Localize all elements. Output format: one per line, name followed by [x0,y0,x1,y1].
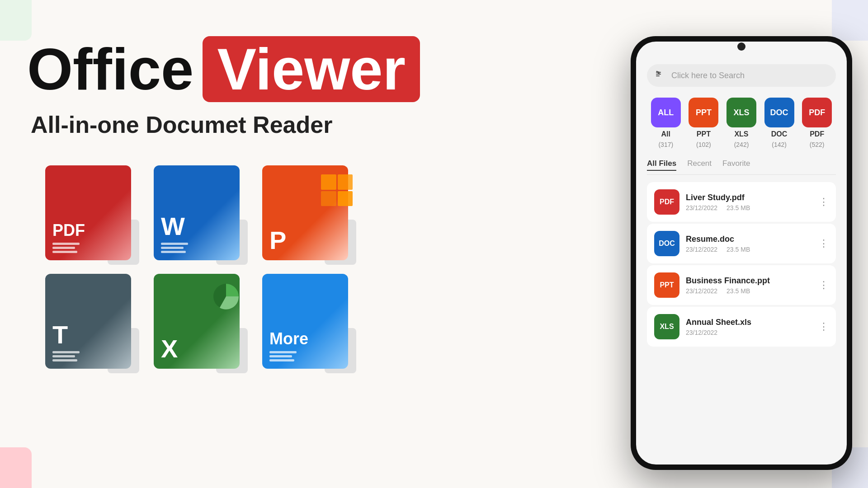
file-date-resume: 23/12/2022 [686,246,717,253]
title-row: Office Viewer [27,36,416,102]
phone-camera-notch [737,42,745,51]
file-name-liver-study: Liver Study.pdf [686,193,812,202]
file-info-annual-sheet: Annual Sheet.xls 23/12/2022 [686,318,812,336]
file-badge-xls: XLS [654,314,679,339]
pdf-icon-lines [52,243,80,255]
file-meta-resume: 23/12/2022 23.5 MB [686,246,812,253]
file-categories: ALL All (317) PPT PPT (102) XLS XLS (242… [647,98,836,148]
file-date-annual-sheet: 23/12/2022 [686,329,717,336]
category-all-icon: ALL [651,98,681,127]
phone-screen: Click here to Search ALL All (317) PPT P… [636,42,847,465]
file-name-resume: Resume.doc [686,235,812,244]
word-icon-wrapper: W [154,165,253,265]
corner-decoration-bl [0,447,32,488]
excel-pie-chart [212,283,240,310]
file-date-liver-study: 23/12/2022 [686,204,717,211]
category-doc-icon: DOC [764,98,794,127]
ppt-grid-overlay [321,174,353,206]
word-icon-lines [161,243,188,255]
tab-all-files[interactable]: All Files [647,159,676,171]
excel-icon: X [154,274,240,369]
file-info-liver-study: Liver Study.pdf 23/12/2022 23.5 MB [686,193,812,211]
file-more-button-annual-sheet[interactable]: ⋮ [819,321,829,333]
file-date-business-finance: 23/12/2022 [686,287,717,295]
category-pdf-name: PDF [810,130,824,138]
phone-content: Click here to Search ALL All (317) PPT P… [636,42,847,465]
phone-mockup: Click here to Search ALL All (317) PPT P… [631,36,852,470]
file-more-button-resume[interactable]: ⋮ [819,238,829,249]
file-badge-ppt: PPT [654,272,679,298]
category-ppt[interactable]: PPT PPT (102) [689,98,718,148]
search-icon [656,70,666,80]
file-item-liver-study[interactable]: PDF Liver Study.pdf 23/12/2022 23.5 MB ⋮ [647,182,836,222]
file-item-business-finance[interactable]: PPT Business Finance.ppt 23/12/2022 23.5… [647,265,836,305]
text-icon-wrapper: T [45,274,145,373]
app-subtitle: All-in-one Documet Reader [31,111,416,138]
category-ppt-icon: PPT [689,98,718,127]
more-icon: More [262,274,348,369]
file-tabs: All Files Recent Favorite [647,159,836,175]
category-all[interactable]: ALL All (317) [651,98,681,148]
ppt-icon-wrapper: P [262,165,362,265]
file-name-annual-sheet: Annual Sheet.xls [686,318,812,327]
more-icon-lines [269,351,297,363]
category-pdf-count: (522) [810,141,825,148]
category-xls-icon: XLS [726,98,756,127]
text-icon-label: T [52,320,68,349]
category-ppt-name: PPT [697,130,711,138]
file-more-button-business-finance[interactable]: ⋮ [819,279,829,291]
excel-icon-label: X [161,334,178,363]
more-icon-label: More [269,329,308,348]
file-size-liver-study: 23.5 MB [726,204,750,211]
category-doc-count: (142) [772,141,787,148]
category-ppt-count: (102) [696,141,711,148]
category-xls[interactable]: XLS XLS (242) [726,98,756,148]
pdf-icon-label: PDF [52,221,85,240]
file-badge-doc: DOC [654,231,679,256]
search-placeholder-text: Click here to Search [671,71,745,80]
category-doc[interactable]: DOC DOC (142) [764,98,794,148]
category-xls-name: XLS [734,130,748,138]
category-doc-name: DOC [771,130,788,138]
ppt-icon-label: P [269,225,286,255]
category-pdf-icon: PDF [802,98,832,127]
tab-recent[interactable]: Recent [687,159,712,171]
word-icon: W [154,165,240,260]
pdf-icon: PDF [45,165,131,260]
file-size-resume: 23.5 MB [726,246,750,253]
file-info-business-finance: Business Finance.ppt 23/12/2022 23.5 MB [686,276,812,295]
file-name-business-finance: Business Finance.ppt [686,276,812,286]
corner-decoration-tl [0,0,32,41]
more-icon-wrapper: More [262,274,362,373]
title-viewer-box: Viewer [203,36,420,102]
file-item-annual-sheet[interactable]: XLS Annual Sheet.xls 23/12/2022 ⋮ [647,307,836,347]
left-section: Office Viewer All-in-one Documet Reader … [27,36,416,373]
text-icon: T [45,274,131,369]
category-pdf[interactable]: PDF PDF (522) [802,98,832,148]
title-viewer: Viewer [217,40,406,99]
right-section: Click here to Search ALL All (317) PPT P… [615,0,868,488]
file-item-resume[interactable]: DOC Resume.doc 23/12/2022 23.5 MB ⋮ [647,224,836,263]
file-meta-liver-study: 23/12/2022 23.5 MB [686,204,812,211]
text-icon-lines [52,351,80,363]
file-more-button-liver-study[interactable]: ⋮ [819,196,829,208]
category-all-count: (317) [658,141,673,148]
file-badge-pdf: PDF [654,189,679,215]
file-info-resume: Resume.doc 23/12/2022 23.5 MB [686,235,812,253]
search-bar[interactable]: Click here to Search [647,64,836,87]
file-meta-business-finance: 23/12/2022 23.5 MB [686,287,812,295]
category-all-name: All [661,130,670,138]
pdf-icon-wrapper: PDF [45,165,145,265]
file-meta-annual-sheet: 23/12/2022 [686,329,812,336]
word-icon-label: W [161,211,185,241]
file-list: PDF Liver Study.pdf 23/12/2022 23.5 MB ⋮… [647,182,836,347]
ppt-icon: P [262,165,348,260]
tab-favorite[interactable]: Favorite [722,159,750,171]
excel-icon-wrapper: X [154,274,253,373]
app-icons-grid: PDF W P [45,165,416,373]
title-office: Office [27,40,193,99]
category-xls-count: (242) [734,141,749,148]
file-size-business-finance: 23.5 MB [726,287,750,295]
